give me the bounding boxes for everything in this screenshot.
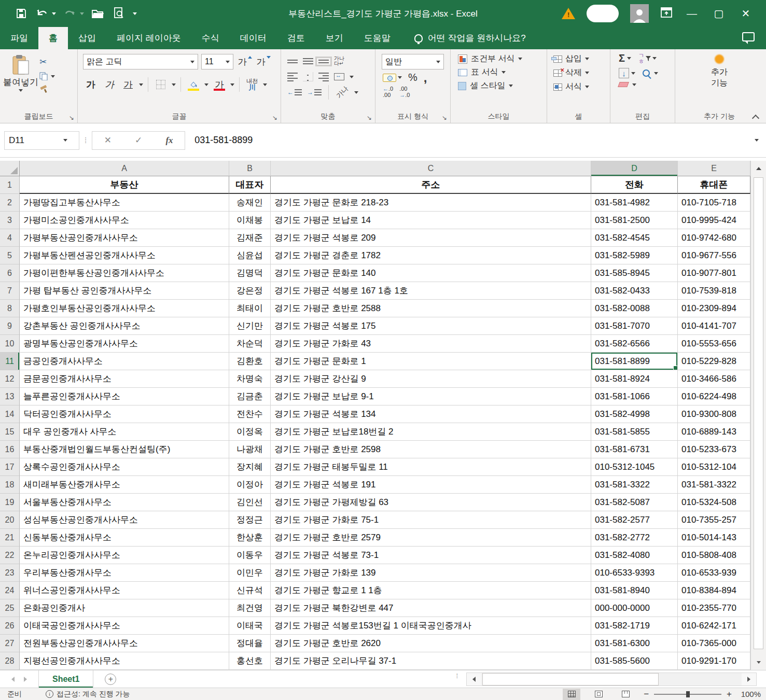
underline-button[interactable]: 가 [120, 77, 136, 92]
cell-phone[interactable]: 031-582-6566 [591, 335, 678, 353]
number-dialog-launcher[interactable]: ↘ [442, 114, 447, 121]
formula-input[interactable]: 031-581-8899 [188, 131, 753, 150]
cell-name[interactable]: 위너스공인중개사사무소 [20, 582, 229, 599]
percent-button[interactable]: % [408, 72, 417, 83]
cell-name[interactable]: 지평선공인중개사사무소 [20, 652, 229, 670]
cell-address[interactable]: 경기도 가평군 가화로 75-1 [271, 511, 591, 529]
cell-name[interactable]: 가평호인부동산공인중개사사무소 [20, 300, 229, 317]
cell-address[interactable]: 경기도 가평군 호반로 2598 [271, 441, 591, 458]
cell-phone[interactable]: 031-582-5989 [591, 247, 678, 264]
merge-center-button[interactable] [334, 73, 344, 80]
cell-representative[interactable]: 차순덕 [229, 335, 271, 353]
cell-address[interactable]: 경기도 가평군 경춘로 1782 [271, 247, 591, 264]
cell-representative[interactable]: 장지혜 [229, 458, 271, 476]
cell-representative[interactable]: 전찬수 [229, 405, 271, 423]
row-header[interactable]: 19 [0, 494, 20, 511]
cell-styles-button[interactable]: 셀 스타일 [458, 80, 545, 91]
cell-representative[interactable]: 신기만 [229, 317, 271, 335]
cell-phone[interactable]: 031-582-0433 [591, 282, 678, 300]
cell-mobile[interactable]: 010-5553-656 [678, 335, 750, 353]
paste-button[interactable]: 붙여넣기 [2, 52, 39, 111]
row-header[interactable]: 11 [0, 353, 20, 370]
sort-filter-button[interactable]: ㄱㅎ [638, 53, 657, 64]
vertical-scrollbar[interactable] [750, 161, 766, 670]
grow-font-button[interactable]: 가 [236, 54, 252, 69]
cell-name[interactable]: 금공인중개사사무소 [20, 353, 229, 370]
cell-mobile[interactable]: 031-581-3322 [678, 476, 750, 494]
row-header[interactable]: 26 [0, 617, 20, 635]
cell-mobile[interactable]: 010-9300-808 [678, 405, 750, 423]
normal-view-button[interactable] [563, 689, 580, 700]
cell-representative[interactable]: 이채봉 [229, 212, 271, 229]
column-header-e[interactable]: E [678, 161, 750, 176]
cell-address[interactable]: 경기도 가평군 문화로 218-23 [271, 194, 591, 212]
cell-mobile[interactable]: 010-6224-498 [678, 388, 750, 405]
zoom-level[interactable]: 100% [737, 690, 761, 698]
align-left-button[interactable] [287, 73, 298, 81]
sheet-tab-sheet1[interactable]: Sheet1 [38, 670, 93, 688]
cell-name[interactable]: 상록수공인중개사사무소 [20, 458, 229, 476]
autosum-button[interactable]: Σ [619, 52, 631, 64]
cell-name[interactable]: 우리부동산중개사무소 [20, 564, 229, 582]
font-name-combo[interactable]: 맑은 고딕 [83, 54, 198, 69]
cell-representative[interactable]: 김명덕 [229, 264, 271, 282]
cell-address[interactable]: 경기도 가평군 석봉로 73-1 [271, 547, 591, 564]
number-format-combo[interactable]: 일반 [382, 54, 444, 69]
redo-dropdown-icon[interactable] [80, 12, 84, 15]
cell-address[interactable]: 경기도 가평군 가화로 139 [271, 564, 591, 582]
cell-phone[interactable]: 031-581-8899 [591, 353, 678, 370]
minimize-button[interactable]: — [684, 8, 700, 20]
row-header[interactable]: 23 [0, 564, 20, 582]
vertical-scrollbar-thumb[interactable] [754, 177, 763, 649]
delete-cells-button[interactable]: 삭제 [553, 67, 608, 78]
cell-name[interactable]: 가평부동산공인중개사사무소 [20, 229, 229, 247]
cell-phone[interactable]: 000-000-0000 [591, 599, 678, 617]
font-size-combo[interactable]: 11 [201, 54, 233, 69]
cell-phone[interactable]: 031-581-1066 [591, 388, 678, 405]
cell-phone[interactable]: 031-585-8945 [591, 264, 678, 282]
cell-name[interactable]: 이태국공인중개사사무소 [20, 617, 229, 635]
row-header[interactable]: 3 [0, 212, 20, 229]
clipboard-dialog-launcher[interactable]: ↘ [69, 114, 74, 121]
fill-button[interactable]: ↓ [619, 68, 635, 78]
align-bottom-button[interactable] [318, 60, 329, 63]
cell-mobile[interactable]: 010-7539-818 [678, 282, 750, 300]
sheet-nav-right-icon[interactable] [24, 677, 27, 682]
cell-phone[interactable]: 010-6533-9393 [591, 564, 678, 582]
cell-name[interactable]: 닥터공인중개사사무소 [20, 405, 229, 423]
borders-button[interactable] [153, 77, 169, 92]
insert-cells-button[interactable]: 삽입 [553, 53, 608, 64]
cell-address[interactable]: 경기도 가평군 가평제방길 63 [271, 494, 591, 511]
cell-representative[interactable]: 김금춘 [229, 388, 271, 405]
cell-mobile[interactable]: 010-5233-673 [678, 441, 750, 458]
cell-name[interactable]: 서울부동산중개사무소 [20, 494, 229, 511]
tab-home[interactable]: 홈 [38, 27, 68, 49]
phonetic-button[interactable]: 내천川 [244, 77, 260, 92]
comma-button[interactable]: , [424, 75, 427, 80]
cell-name[interactable]: 대우 공인중개사 사무소 [20, 423, 229, 441]
column-header-d[interactable]: D [591, 161, 678, 176]
save-icon[interactable] [15, 7, 28, 20]
row-header[interactable]: 17 [0, 458, 20, 476]
cell-address[interactable]: 경기도 가평군 석봉로 134 [271, 405, 591, 423]
zoom-slider[interactable] [654, 694, 721, 695]
row-header[interactable]: 4 [0, 229, 20, 247]
zoom-out-button[interactable]: − [644, 689, 649, 699]
accessibility-status[interactable]: i 접근성: 계속 진행 가능 [46, 690, 130, 699]
select-all-button[interactable] [0, 161, 20, 176]
decrease-indent-button[interactable]: ← [287, 89, 302, 96]
align-top-button[interactable] [287, 60, 298, 63]
cell-phone[interactable]: 031-581-8940 [591, 582, 678, 599]
orientation-button[interactable]: 가나 [334, 84, 350, 100]
cell-mobile[interactable]: 010-8384-894 [678, 582, 750, 599]
accounting-format-button[interactable] [383, 74, 402, 82]
clear-button[interactable] [619, 82, 636, 87]
cell-mobile[interactable]: 010-5808-408 [678, 547, 750, 564]
formula-bar-splitter[interactable]: ⁞ [85, 136, 87, 145]
cell-phone[interactable]: 031-581-2500 [591, 212, 678, 229]
insert-function-button[interactable]: fx [165, 135, 173, 146]
row-header[interactable]: 9 [0, 317, 20, 335]
cell-representative[interactable]: 이태국 [229, 617, 271, 635]
cell-mobile[interactable]: 010-9077-801 [678, 264, 750, 282]
cell-phone[interactable]: 031-582-4998 [591, 405, 678, 423]
